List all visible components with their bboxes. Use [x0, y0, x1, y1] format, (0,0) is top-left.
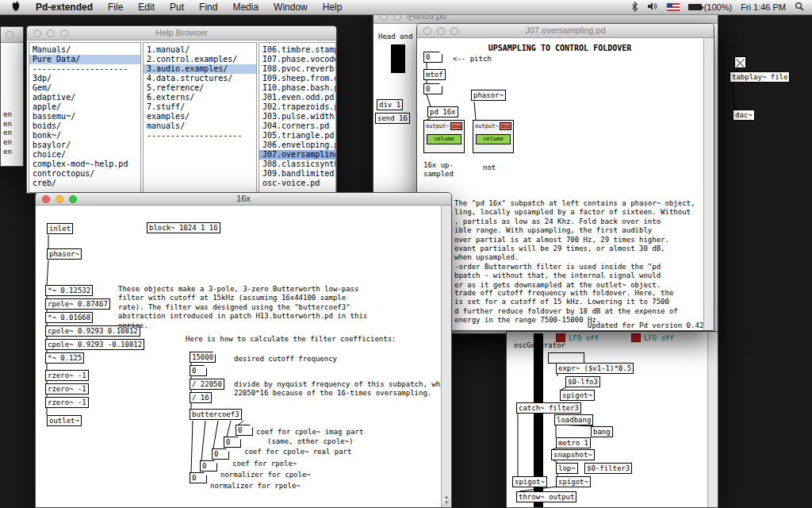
dsp-toggle[interactable]: dsp [500, 122, 511, 130]
pd-object-spigot-2[interactable]: spigot~ [512, 476, 547, 487]
pd-object-metro[interactable]: metro 1 [556, 437, 591, 448]
pd-object-div16[interactable]: / 16 [190, 392, 212, 403]
zoom-button[interactable] [60, 29, 68, 37]
list-item[interactable]: J04.corners.pd [259, 121, 335, 131]
vertical-scrollbar[interactable] [707, 332, 718, 507]
list-item[interactable]: J07.oversampling.pd [259, 150, 335, 160]
menu-app-name[interactable]: Pd-extended [36, 2, 93, 13]
menu-find[interactable]: Find [199, 2, 217, 13]
pd-object-loadbang[interactable]: loadbang [554, 414, 593, 425]
pd-number-out-0[interactable]: 0 [236, 425, 253, 436]
volume-button[interactable]: volume [427, 134, 462, 144]
vertical-scrollbar[interactable]: ▲▼ [441, 206, 451, 507]
pd-object-chain-0[interactable]: *~ 0.12532 [45, 285, 93, 296]
list-item[interactable]: 4.data.structures/ [144, 74, 256, 83]
pd-object-lop[interactable]: lop~ [556, 463, 578, 474]
pd-object-lfo3[interactable]: $0-lfo3 [565, 376, 600, 387]
apple-menu-icon[interactable] [11, 1, 21, 14]
volume-button[interactable]: volume [476, 134, 511, 144]
help-browser-titlebar[interactable]: Help Browser [27, 26, 336, 40]
list-item[interactable]: J08.classicsynth.pd [259, 160, 335, 169]
pd-object-chain-4[interactable]: cpole~ 0.9293 -0.10812 [45, 339, 144, 350]
menu-clock[interactable]: Fri 1:46 PM [741, 2, 786, 12]
close-button[interactable] [423, 27, 431, 35]
list-item[interactable]: apple/ [29, 102, 140, 112]
list-item[interactable]: -------------------- [29, 64, 140, 74]
list-item[interactable]: J09.bandlimited.pd [259, 169, 335, 179]
pd-object-send[interactable]: send 16 [375, 113, 410, 124]
list-item[interactable]: J05.triangle.pd [259, 131, 335, 140]
left-fragment-titlebar[interactable] [1, 27, 23, 43]
list-item[interactable]: -------------------- [144, 131, 256, 140]
keyboard-layout-flag-icon[interactable] [667, 3, 680, 11]
pd-object-buttercoef3[interactable]: buttercoef3 [190, 409, 242, 420]
list-item[interactable]: 2.control.examples/ [144, 55, 256, 64]
lfo-toggle-2[interactable] [631, 333, 641, 342]
pd-object-chain-5[interactable]: *~ 0.125 [45, 352, 84, 364]
list-item[interactable]: creb/ [29, 179, 140, 188]
close-button[interactable] [33, 29, 41, 37]
list-item[interactable]: bsaylor/ [29, 140, 140, 150]
pd-object-outlet[interactable]: outlet~ [47, 415, 82, 426]
pd-graph-bar[interactable] [391, 44, 405, 73]
list-item[interactable]: osc-voice.pd [259, 179, 335, 188]
pd-number-out-1[interactable]: 0 [224, 437, 241, 448]
pd-object-catch[interactable]: catch~ filter3 [516, 402, 581, 414]
list-item[interactable]: J01.even.odd.pd [259, 93, 335, 102]
list-item[interactable]: bassemu~/ [29, 112, 140, 121]
menu-window[interactable]: Window [274, 2, 308, 13]
zoom-button[interactable] [69, 195, 77, 203]
pd-number-out-4[interactable]: 0 [190, 472, 207, 483]
menu-media[interactable]: Media [232, 2, 259, 13]
16x-titlebar[interactable]: 16x [36, 193, 451, 206]
pd-object-chain-6[interactable]: rzero~ -1 [45, 370, 89, 381]
list-item[interactable]: I07.phase.vocoder.pd [259, 55, 335, 64]
pd-object-tabplay[interactable]: tabplay~ file [730, 71, 790, 83]
list-item[interactable]: 1.manual/ [144, 45, 256, 55]
pd-object-throw[interactable]: throw~ output [516, 491, 576, 502]
pd-object-mtof[interactable]: mtof [423, 69, 446, 80]
pd-object-spigot-3[interactable]: spigot~ [556, 476, 591, 487]
list-item[interactable]: J03.pulse.width.mod.pd [259, 112, 335, 121]
pd-object-phasor[interactable]: phasor~ [47, 248, 82, 260]
j07-titlebar[interactable]: J07.oversampling.pd [417, 24, 714, 38]
list-item[interactable]: 3dp/ [29, 74, 140, 83]
pd-object-inlet[interactable]: inlet [47, 223, 73, 234]
minimize-button[interactable] [437, 27, 445, 35]
window-close-button[interactable] [6, 31, 13, 39]
pd-number-zero[interactable]: 0 [190, 365, 207, 376]
pd-object-chain-1[interactable]: rpole~ 0.87467 [45, 298, 110, 310]
list-item[interactable]: controctopus/ [29, 169, 140, 179]
minimize-button[interactable] [47, 29, 55, 37]
pd-toggle[interactable] [734, 56, 746, 68]
pd-object-phasor[interactable]: phasor~ [471, 90, 506, 101]
resize-grip[interactable] [440, 496, 451, 507]
list-item[interactable]: Gem/ [29, 83, 140, 93]
pd-object-chain-2[interactable]: *~ 0.01668 [45, 312, 93, 323]
list-item[interactable]: complex-mod~-help.pd [29, 160, 140, 169]
list-item[interactable]: I06.timbre.stamp.pd [259, 45, 335, 55]
list-item[interactable]: J02.trapezoids.pd [259, 102, 335, 112]
pd-object-pd16x[interactable]: pd 16x [427, 106, 458, 117]
menu-file[interactable]: File [108, 2, 123, 13]
output-abstraction-right[interactable]: output~ dsp volume [473, 120, 514, 153]
close-button[interactable] [42, 195, 50, 203]
list-item[interactable]: boids/ [29, 121, 140, 131]
list-item[interactable]: I08.pvoc.reverb.pd [259, 64, 335, 74]
list-item[interactable]: J06.enveloping.pd [259, 140, 335, 150]
pd-number-freq[interactable]: 0 [423, 83, 442, 94]
pd-number-cutoff[interactable]: 15000 [190, 352, 216, 363]
minimize-button[interactable] [56, 195, 63, 203]
list-item[interactable]: 6.externs/ [144, 93, 256, 102]
output-abstraction-left[interactable]: output~ dsp volume [423, 120, 465, 153]
list-item[interactable]: manuals/ [144, 121, 256, 131]
pd-object-spigot-1[interactable]: spigot~ [560, 390, 595, 401]
pd-object-div22050[interactable]: / 22050 [190, 379, 224, 390]
pd-object-bang[interactable]: bang [591, 426, 613, 437]
pd-object-chain-7[interactable]: rzero~ -1 [45, 383, 89, 394]
list-item[interactable]: 5.reference/ [144, 83, 256, 93]
menu-put[interactable]: Put [170, 2, 184, 13]
dsp-toggle[interactable]: dsp [450, 122, 462, 130]
pd-object-dac[interactable]: dac~ [733, 110, 755, 121]
menu-help[interactable]: Help [323, 2, 343, 13]
